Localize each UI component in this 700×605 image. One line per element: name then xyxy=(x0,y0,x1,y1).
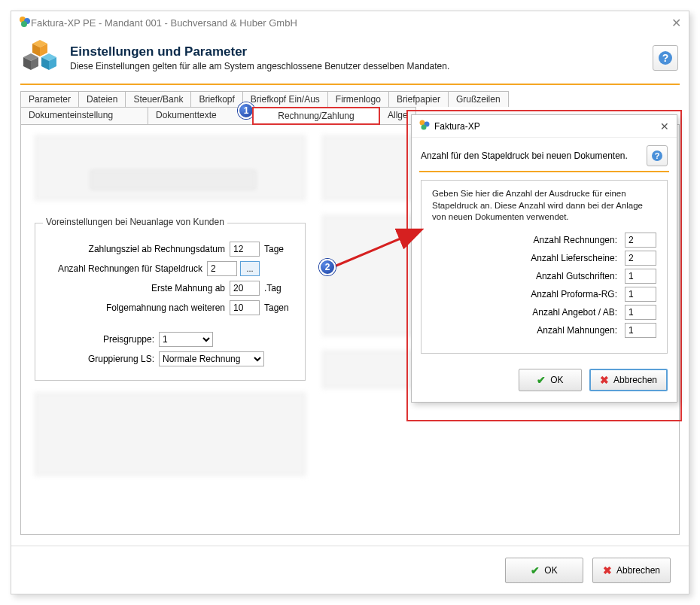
cancel-button[interactable]: ✖Abbrechen xyxy=(592,558,671,583)
tab-briefkopf[interactable]: Briefkopf xyxy=(190,91,242,107)
dialog-body: Geben Sie hier die Anzahl der Ausdrucke … xyxy=(421,180,668,354)
window-title: Faktura-XP PE - Mandant 001 - Buchversan… xyxy=(31,17,297,29)
main-footer: ✔OK ✖Abbrechen xyxy=(11,546,689,594)
gruppierung-select[interactable]: Normale Rechnung xyxy=(159,351,264,366)
stapeldruck-dialog: Faktura-XP ✕ Anzahl für den Stapeldruck … xyxy=(411,114,677,403)
divider xyxy=(20,84,680,85)
anzahl-mahnungen-input[interactable] xyxy=(625,323,656,338)
anzahl-proforma-label: Anzahl Proforma-RG: xyxy=(432,289,625,299)
stapeldruck-browse-button[interactable]: ... xyxy=(240,261,260,276)
check-icon: ✔ xyxy=(537,374,546,386)
anzahl-mahnungen-label: Anzahl Mahnungen: xyxy=(432,325,625,336)
tab-rechnung-zahlung[interactable]: Rechnung/Zahlung xyxy=(252,107,380,125)
svg-text:?: ? xyxy=(662,52,669,64)
close-icon[interactable]: ✕ xyxy=(660,120,669,132)
folgemahnung-unit: Tagen xyxy=(260,302,294,313)
anzahl-lieferscheine-label: Anzahl Lieferscheine: xyxy=(432,253,625,263)
zahlungsziel-input[interactable] xyxy=(230,242,260,257)
tab-briefkopf-ein-aus[interactable]: Briefkopf Ein/Aus xyxy=(242,91,328,107)
help-icon: ? xyxy=(651,150,663,162)
anzahl-rechnungen-input[interactable] xyxy=(625,233,656,248)
app-logo-icon xyxy=(419,120,430,132)
anzahl-angebot-input[interactable] xyxy=(625,305,656,320)
callout-badge-2: 2 xyxy=(319,259,336,275)
help-icon: ? xyxy=(658,50,673,65)
anzahl-rechnungen-label: Anzahl Rechnungen: xyxy=(432,235,625,245)
svg-point-14 xyxy=(420,120,425,126)
tab-firmenlogo[interactable]: Firmenlogo xyxy=(327,91,389,107)
tab-dateien[interactable]: Dateien xyxy=(78,91,126,107)
anzahl-proforma-input[interactable] xyxy=(625,287,656,302)
tab-parameter[interactable]: Parameter xyxy=(20,91,79,107)
blurred-region xyxy=(35,135,306,200)
svg-point-2 xyxy=(21,21,27,27)
folgemahnung-input[interactable] xyxy=(230,300,260,315)
close-icon[interactable]: ✕ xyxy=(671,16,681,30)
blurred-region xyxy=(35,393,306,476)
svg-point-16 xyxy=(422,125,427,130)
tab-dokumenteinstellung[interactable]: Dokumenteinstellung xyxy=(20,107,148,125)
erste-mahnung-input[interactable] xyxy=(230,281,260,296)
tab-dokumenttexte[interactable]: Dokumenttexte xyxy=(148,107,253,125)
help-button[interactable]: ? xyxy=(647,145,668,166)
help-button[interactable]: ? xyxy=(653,45,678,71)
dialog-intro: Geben Sie hier die Anzahl der Ausdrucke … xyxy=(432,188,656,223)
preisgruppe-select[interactable]: 1 xyxy=(159,332,213,347)
zahlungsziel-label: Zahlungsziel ab Rechnungsdatum xyxy=(46,244,230,254)
erste-mahnung-label: Erste Mahnung ab xyxy=(46,283,230,293)
group-legend: Voreinstellungen bei Neuanlage von Kunde… xyxy=(43,217,227,227)
header-band: Einstellungen und Parameter Diese Einste… xyxy=(11,34,689,84)
cancel-icon: ✖ xyxy=(600,374,609,386)
dialog-titlebar: Faktura-XP ✕ xyxy=(412,115,677,138)
anzahl-angebot-label: Anzahl Angebot / AB: xyxy=(432,307,625,318)
check-icon: ✔ xyxy=(531,564,540,576)
ok-button[interactable]: ✔OK xyxy=(505,558,583,583)
anzahl-stapeldruck-label: Anzahl Rechnungen für Stapeldruck xyxy=(46,263,207,274)
gruppierung-label: Gruppierung LS: xyxy=(46,354,159,364)
page-title: Einstellungen und Parameter xyxy=(70,44,449,59)
tab-steuer-bank[interactable]: Steuer/Bank xyxy=(125,91,191,107)
zahlungsziel-unit: Tage xyxy=(260,244,294,254)
tab-briefpapier[interactable]: Briefpapier xyxy=(388,91,449,107)
blurred-region xyxy=(90,170,256,190)
preisgruppe-label: Preisgruppe: xyxy=(46,334,159,345)
app-logo-icon xyxy=(19,16,31,30)
anzahl-gutschriften-label: Anzahl Gutschriften: xyxy=(432,271,625,281)
anzahl-stapeldruck-input[interactable] xyxy=(207,261,237,276)
svg-text:?: ? xyxy=(655,151,660,160)
folgemahnung-label: Folgemahnung nach weiteren xyxy=(46,302,230,313)
cubes-icon xyxy=(22,38,61,78)
dialog-title: Faktura-XP xyxy=(434,121,480,132)
anzahl-gutschriften-input[interactable] xyxy=(625,269,656,284)
tab-grusszeilen[interactable]: Grußzeilen xyxy=(448,91,509,107)
page-subtitle: Diese Einstellungen gelten für alle am S… xyxy=(70,61,449,71)
erste-mahnung-unit: .Tag xyxy=(260,283,294,293)
group-voreinstellungen: Voreinstellungen bei Neuanlage von Kunde… xyxy=(35,223,306,381)
dialog-cancel-button[interactable]: ✖Abbrechen xyxy=(589,369,668,391)
titlebar: Faktura-XP PE - Mandant 001 - Buchversan… xyxy=(11,11,689,34)
dialog-ok-button[interactable]: ✔OK xyxy=(519,369,582,391)
cancel-icon: ✖ xyxy=(603,564,612,576)
divider xyxy=(419,171,669,172)
anzahl-lieferscheine-input[interactable] xyxy=(625,251,656,266)
dialog-subtitle: Anzahl für den Stapeldruck bei neuen Dok… xyxy=(421,150,641,161)
